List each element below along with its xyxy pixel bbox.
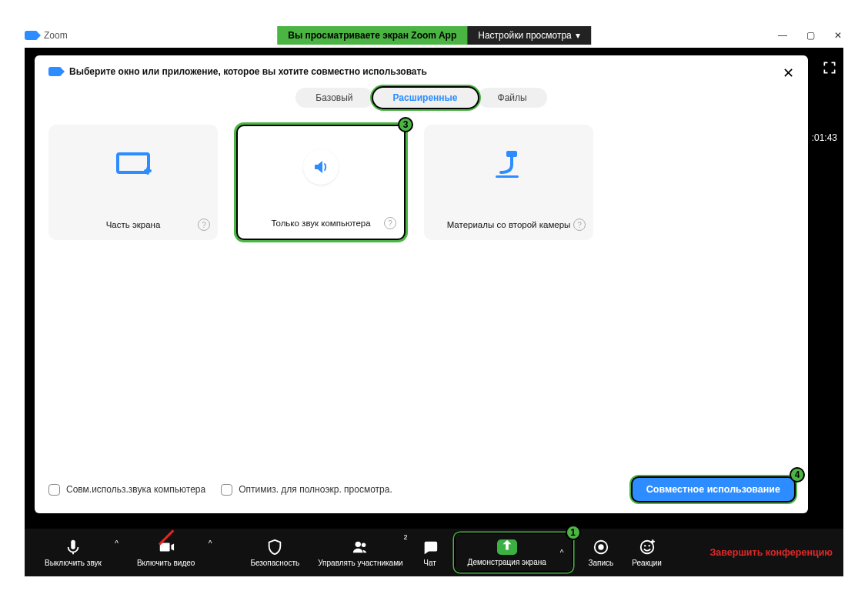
help-icon[interactable]: ? <box>384 217 396 229</box>
chevron-up-icon[interactable]: ^ <box>556 549 569 557</box>
tab-advanced[interactable]: Расширенные <box>373 88 478 108</box>
view-options-button[interactable]: Настройки просмотра ▾ <box>467 26 591 45</box>
chevron-up-icon[interactable]: ^ <box>115 539 119 548</box>
tab-files[interactable]: Файлы <box>478 88 547 108</box>
participants-count: 2 <box>404 533 408 541</box>
button-label: Безопасность <box>250 559 299 567</box>
help-icon[interactable]: ? <box>198 219 210 231</box>
record-button[interactable]: Запись <box>579 529 623 576</box>
share-icon <box>497 539 517 555</box>
meeting-top: i :01:43 Выберите окно или приложение, к… <box>25 48 843 529</box>
mute-button[interactable]: Выключить звук ^ <box>35 529 111 576</box>
share-button[interactable]: Совместное использование <box>633 478 794 501</box>
checkbox-icon <box>221 484 232 496</box>
svg-point-7 <box>640 540 653 553</box>
meeting-area: i :01:43 Выберите окно или приложение, к… <box>25 48 843 576</box>
tab-basic[interactable]: Базовый <box>295 88 372 108</box>
meeting-toolbar: Выключить звук ^ Включить видео ^ Безопа… <box>25 529 843 576</box>
card-second-camera[interactable]: Материалы со второй камеры ? <box>424 125 593 240</box>
svg-point-3 <box>356 541 361 546</box>
button-label: Запись <box>589 559 614 567</box>
start-video-button[interactable]: Включить видео ^ <box>128 529 205 576</box>
close-button[interactable]: ✕ <box>833 30 843 41</box>
titlebar-center: Вы просматриваете экран Zoom App Настрой… <box>277 26 591 45</box>
window-title: Zoom <box>44 30 68 41</box>
help-icon[interactable]: ? <box>573 219 586 231</box>
share-screen-group: 1 Демонстрация экрана ^ <box>456 534 572 571</box>
chat-button[interactable]: Чат <box>412 529 448 576</box>
button-label: Чат <box>423 559 436 567</box>
chevron-down-icon: ▾ <box>576 30 580 41</box>
step-badge-4: 4 <box>790 467 805 482</box>
button-label: Демонстрация экрана <box>468 558 546 566</box>
share-screen-button[interactable]: Демонстрация экрана <box>459 534 556 571</box>
end-meeting-button[interactable]: Завершить конференцию <box>710 547 833 558</box>
participants-button[interactable]: 2 Управлять участниками <box>309 529 412 576</box>
card-label: Материалы со второй камеры <box>447 220 571 229</box>
checkbox-label: Оптимиз. для полноэкр. просмотра. <box>239 484 392 495</box>
card-computer-audio-only[interactable]: 3 Только звук компьютера ? <box>236 125 406 240</box>
svg-rect-0 <box>118 154 149 172</box>
minimize-button[interactable]: — <box>777 30 788 41</box>
sharing-banner[interactable]: Вы просматриваете экран Zoom App <box>277 26 467 45</box>
svg-point-9 <box>648 544 649 546</box>
button-label: Управлять участниками <box>318 559 402 567</box>
svg-point-8 <box>644 544 646 546</box>
svg-point-6 <box>598 544 603 549</box>
button-label: Включить видео <box>137 559 195 567</box>
dialog-header: Выберите окно или приложение, которое вы… <box>48 66 794 77</box>
button-label: Реакции <box>632 559 662 567</box>
checkbox-share-audio[interactable]: Совм.использ.звука компьютера <box>48 484 205 496</box>
dialog-tabs: Базовый Расширенные Файлы <box>48 88 794 108</box>
speaker-icon <box>303 149 339 185</box>
checkbox-optimize-fullscreen[interactable]: Оптимиз. для полноэкр. просмотра. <box>221 484 392 496</box>
maximize-button[interactable]: ▢ <box>805 30 816 41</box>
meeting-timer: :01:43 <box>812 132 837 143</box>
card-portion-of-screen[interactable]: Часть экрана ? <box>48 125 218 240</box>
svg-point-4 <box>362 543 366 547</box>
fullscreen-button[interactable] <box>822 60 837 75</box>
titlebar: Zoom Вы просматриваете экран Zoom App На… <box>25 25 843 46</box>
zoom-icon <box>25 31 38 40</box>
zoom-icon <box>48 67 62 76</box>
svg-rect-2 <box>496 175 519 178</box>
window-controls: — ▢ ✕ <box>777 30 843 41</box>
share-options: Часть экрана ? 3 Только звук компьютера … <box>48 125 794 240</box>
step-badge-3: 3 <box>398 117 413 132</box>
share-dialog: Выберите окно или приложение, которое вы… <box>35 55 808 513</box>
reactions-button[interactable]: Реакции <box>623 529 671 576</box>
security-button[interactable]: Безопасность <box>241 529 309 576</box>
checkbox-label: Совм.использ.звука компьютера <box>66 484 205 495</box>
view-options-label: Настройки просмотра <box>478 30 572 41</box>
checkbox-icon <box>48 484 60 496</box>
card-label: Только звук компьютера <box>271 219 370 228</box>
button-label: Выключить звук <box>45 559 102 567</box>
card-label: Часть экрана <box>106 220 161 229</box>
dialog-title: Выберите окно или приложение, которое вы… <box>69 66 427 77</box>
chevron-up-icon[interactable]: ^ <box>209 539 212 548</box>
dialog-footer: Совм.использ.звука компьютера Оптимиз. д… <box>48 469 794 501</box>
close-dialog-button[interactable]: ✕ <box>783 65 794 82</box>
step-badge-1: 1 <box>566 525 581 540</box>
